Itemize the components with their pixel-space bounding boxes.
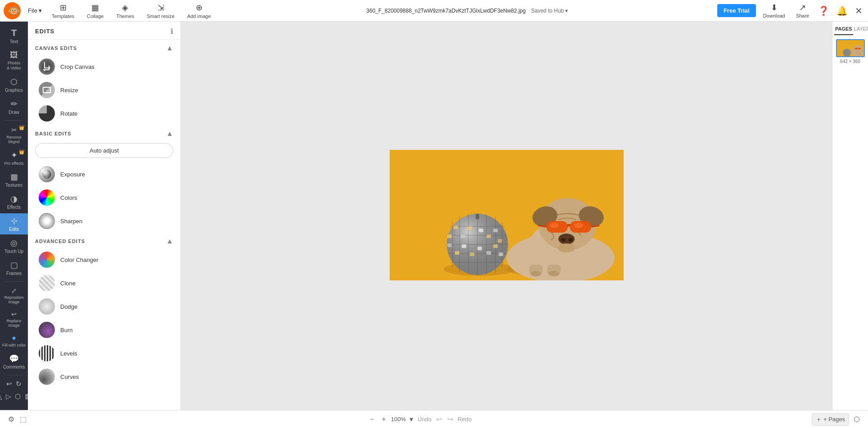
nav-label-collage: Collage bbox=[87, 14, 103, 19]
download-button[interactable]: ⬇ Download bbox=[760, 1, 789, 20]
filename: 360_F_820009888_n2TwW9zmk7aDvKztTJGlxLwd… bbox=[366, 8, 526, 14]
crop-canvas-item[interactable]: Crop Canvas bbox=[31, 55, 177, 78]
sidebar-item-remove-bg[interactable]: ✂ Remove bkgnd 👑 bbox=[0, 123, 28, 147]
sidebar-item-edits[interactable]: ⊹ Edits bbox=[0, 213, 28, 234]
help-button[interactable]: ❓ bbox=[816, 4, 831, 18]
sidebar-item-graphics[interactable]: ⬡ Graphics bbox=[0, 74, 28, 95]
nav-item-smart-resize[interactable]: ⇲ Smart resize bbox=[140, 1, 181, 21]
svg-rect-22 bbox=[447, 234, 452, 238]
canvas-edits-title: CANVAS EDITS bbox=[35, 45, 77, 51]
sidebar-item-photos-label: Photos& Video bbox=[7, 61, 21, 71]
saved-status[interactable]: Saved to Hub ▾ bbox=[531, 8, 568, 14]
layers-bottom-button[interactable]: ⬡ bbox=[853, 414, 861, 424]
exposure-item[interactable]: Exposure bbox=[31, 162, 177, 186]
colors-item[interactable]: Colors bbox=[31, 186, 177, 209]
sidebar-item-photos[interactable]: 🖼 Photos& Video bbox=[0, 48, 28, 73]
zoom-out-button[interactable]: － bbox=[368, 414, 377, 425]
sidebar-item-replace-image[interactable]: ↩ Replace Image bbox=[0, 308, 28, 330]
clone-icon bbox=[39, 275, 55, 291]
sharpen-item[interactable]: Sharpen bbox=[31, 209, 177, 233]
text-icon: T bbox=[11, 28, 17, 38]
dodge-item[interactable]: Dodge bbox=[31, 295, 177, 318]
undo-redo-controls: Undo ↩ ↪ Redo bbox=[418, 414, 472, 424]
free-trial-button[interactable]: Free Trial bbox=[717, 4, 756, 17]
basic-edits-title: BASIC EDITS bbox=[35, 131, 72, 136]
burn-icon bbox=[39, 322, 55, 338]
burn-item[interactable]: Burn bbox=[31, 318, 177, 342]
sidebar-item-effects[interactable]: ◑ Effects bbox=[0, 191, 28, 212]
play-tool-btn[interactable]: ▷ bbox=[5, 392, 12, 401]
sidebar-item-effects-label: Effects bbox=[7, 205, 21, 210]
nav-item-add-image[interactable]: ⊕ Add image bbox=[181, 1, 217, 21]
delete-tool-btn[interactable]: 🗑 bbox=[23, 392, 28, 401]
zoom-in-button[interactable]: ＋ bbox=[379, 414, 388, 425]
layout-button[interactable]: ⬚ bbox=[19, 414, 27, 424]
canvas-container[interactable] bbox=[390, 150, 624, 282]
page-thumbnail[interactable] bbox=[836, 39, 865, 57]
add-pages-button[interactable]: ＋ + Pages bbox=[812, 413, 849, 426]
clone-label: Clone bbox=[60, 280, 76, 287]
levels-item[interactable]: Levels bbox=[31, 342, 177, 365]
svg-text:🐵: 🐵 bbox=[8, 5, 20, 17]
undo-tool-btn[interactable]: ↩ bbox=[5, 379, 13, 389]
textures-icon: ▦ bbox=[10, 172, 18, 182]
rotate-item[interactable]: Rotate bbox=[31, 102, 177, 125]
svg-rect-28 bbox=[493, 229, 498, 232]
sidebar-item-frames[interactable]: ▢ Frames bbox=[0, 257, 28, 279]
sidebar-item-comments[interactable]: 💬 Comments bbox=[0, 351, 28, 372]
tab-pages[interactable]: PAGES bbox=[834, 23, 853, 35]
nav-item-themes[interactable]: ◈ Themes bbox=[110, 1, 140, 21]
zoom-dropdown-button[interactable]: ▾ bbox=[409, 414, 414, 424]
file-menu[interactable]: File ▾ bbox=[24, 5, 45, 16]
notifications-button[interactable]: 🔔 bbox=[835, 4, 850, 18]
svg-rect-50 bbox=[567, 224, 571, 226]
crop-icon bbox=[39, 59, 55, 75]
settings-button[interactable]: ⚙ bbox=[7, 414, 15, 424]
canvas-image bbox=[390, 150, 624, 280]
panel-info-button[interactable]: ℹ bbox=[171, 27, 173, 36]
nav-label-templates: Templates bbox=[52, 14, 74, 19]
sidebar-item-fill-color[interactable]: ● Fill with color bbox=[0, 331, 28, 350]
frames-icon: ▢ bbox=[10, 260, 18, 270]
resize-item[interactable]: Resize bbox=[31, 78, 177, 102]
download-icon: ⬇ bbox=[771, 3, 778, 13]
panel-title: EDITS bbox=[35, 28, 54, 35]
curves-item[interactable]: Curves bbox=[31, 365, 177, 388]
advanced-edits-title: ADVANCED EDITS bbox=[35, 239, 85, 244]
app-logo: 🐵 bbox=[4, 2, 21, 19]
photos-icon: 🖼 bbox=[10, 50, 18, 60]
triangle-tool-btn[interactable]: △ bbox=[0, 392, 3, 401]
sidebar-item-edits-label: Edits bbox=[9, 227, 19, 232]
sidebar-item-textures[interactable]: ▦ Textures bbox=[0, 169, 28, 190]
sidebar-item-draw[interactable]: ✏ Draw bbox=[0, 96, 28, 117]
close-button[interactable]: ✕ bbox=[853, 4, 864, 18]
auto-adjust-button[interactable]: Auto adjust bbox=[35, 143, 173, 158]
redo-label: Redo bbox=[458, 416, 472, 423]
svg-point-56 bbox=[561, 238, 566, 242]
tab-layers[interactable]: LAYERS bbox=[853, 23, 868, 35]
undo-button[interactable]: ↩ bbox=[435, 414, 443, 424]
curves-icon bbox=[39, 369, 55, 385]
canvas-area bbox=[181, 22, 832, 410]
sidebar-item-reposition[interactable]: ⤢ Reposition image bbox=[0, 284, 28, 307]
basic-edits-toggle[interactable]: ▲ bbox=[166, 130, 173, 138]
fill-color-icon: ● bbox=[12, 334, 16, 342]
hex-tool-btn[interactable]: ⬡ bbox=[14, 392, 22, 401]
share-button[interactable]: ↗ Share bbox=[792, 1, 813, 20]
dodge-icon bbox=[39, 298, 55, 315]
sidebar-item-text[interactable]: T Text bbox=[0, 25, 28, 47]
clone-item[interactable]: Clone bbox=[31, 271, 177, 295]
burn-label: Burn bbox=[60, 327, 72, 333]
nav-item-templates[interactable]: ⊞ Templates bbox=[45, 1, 81, 21]
curves-label: Curves bbox=[60, 374, 79, 380]
exposure-label: Exposure bbox=[60, 171, 85, 178]
canvas-edits-toggle[interactable]: ▲ bbox=[166, 44, 173, 52]
sidebar-item-touch-up[interactable]: ◎ Touch Up bbox=[0, 235, 28, 257]
advanced-edits-toggle[interactable]: ▲ bbox=[166, 237, 173, 245]
redo-button[interactable]: ↪ bbox=[446, 414, 454, 424]
nav-item-collage[interactable]: ▦ Collage bbox=[81, 1, 110, 21]
sidebar-item-textures-label: Textures bbox=[5, 183, 22, 188]
redo-tool-btn[interactable]: ↻ bbox=[15, 379, 22, 389]
sidebar-item-pro-effects[interactable]: ✦ Pro effects 👑 bbox=[0, 148, 28, 168]
color-changer-item[interactable]: Color Changer bbox=[31, 248, 177, 271]
